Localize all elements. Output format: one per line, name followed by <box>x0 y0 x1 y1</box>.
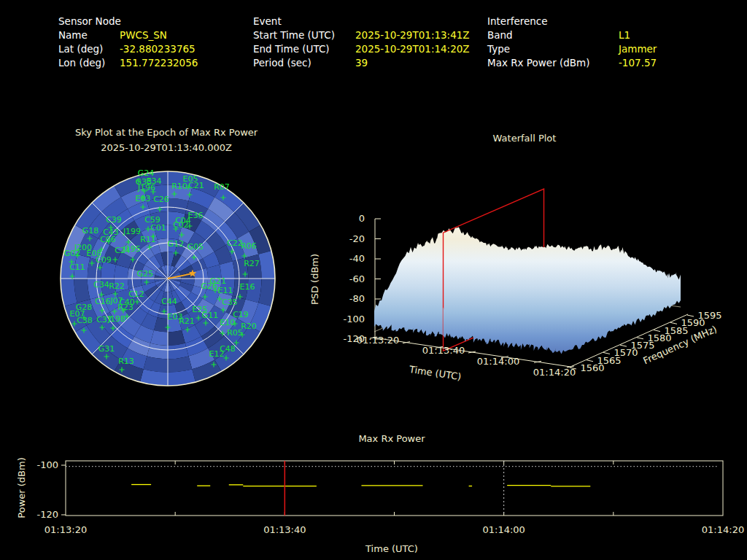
satellite-label: R11 <box>140 235 156 244</box>
satellite-label: R20 <box>241 322 257 331</box>
satellite-label: C26 <box>153 195 169 204</box>
sky-plot-title: Sky Plot at the Epoch of Max Rx Power <box>75 127 258 138</box>
satellite-label: R22 <box>109 281 125 291</box>
satellite-label: C02 <box>173 220 189 230</box>
sky-heat-cell <box>168 343 189 359</box>
satellite-label: J199 <box>123 227 141 236</box>
waterfall-time-label: Time (UTC) <box>408 364 462 382</box>
satellite-label: C39 <box>106 215 122 225</box>
satellite-label: E12 <box>209 349 225 359</box>
waterfall-time-tick: 01:13:20 <box>357 335 399 346</box>
satellite-label: C09 <box>96 255 112 265</box>
waterfall-freq-tick: 1595 <box>697 310 721 321</box>
satellite-label: C21 <box>188 181 204 190</box>
satellite-label: G31 <box>98 344 115 354</box>
satellite-label: C16 <box>95 297 111 306</box>
satellite-label: G05 <box>187 242 204 252</box>
waterfall-title: Waterfall Plot <box>493 133 557 144</box>
psd-tick-label: -20 <box>349 233 365 244</box>
satellite-label: R13 <box>118 357 134 366</box>
power-x-tick: 01:14:00 <box>482 524 525 535</box>
satellite-label: G18 <box>82 226 99 236</box>
satellite-label: J198 <box>107 314 125 324</box>
satellite-label: C38 <box>77 316 93 325</box>
satellite-label: C06 <box>100 235 116 244</box>
satellite-label: G02 <box>64 249 81 258</box>
power-y-tick: -120 <box>36 509 58 520</box>
satellite-label: G12 <box>168 239 185 249</box>
power-x-label: Time (UTC) <box>365 543 418 554</box>
satellite-label: C35 <box>222 298 238 307</box>
psd-tick-label: -80 <box>349 293 365 304</box>
satellite-label: E03 <box>136 194 151 203</box>
satellite-label: E16 <box>240 282 255 292</box>
satellite-label: C44 <box>161 297 177 306</box>
satellite-label: R23 <box>117 303 133 312</box>
satellite-label: G25 <box>137 269 154 279</box>
satellite-label: R27 <box>244 259 260 268</box>
psd-tick-label: 0 <box>359 213 365 224</box>
satellite-label: C34 <box>93 280 109 289</box>
power-x-tick: 01:13:20 <box>44 524 87 535</box>
sky-plot: Sky Plot at the Epoch of Max Rx Power202… <box>61 127 275 386</box>
satellite-label: E10 <box>220 318 236 327</box>
sky-heat-cell <box>147 343 169 359</box>
satellite-label: R10 <box>171 182 187 191</box>
psd-tick-label: -100 <box>343 314 365 324</box>
plots-canvas: Sky Plot at the Epoch of Max Rx Power202… <box>0 0 747 560</box>
power-x-tick: 01:13:40 <box>263 524 306 535</box>
satellite-label: R05 <box>227 328 243 338</box>
power-plot: Max Rx Power-100-12001:13:2001:13:4001:1… <box>16 433 744 554</box>
power-y-label: Power (dBm) <box>16 457 27 518</box>
waterfall-time-tick: 01:14:00 <box>477 356 519 367</box>
psd-tick-label: -40 <box>349 253 365 264</box>
satellite-label: E11 <box>218 286 233 295</box>
satellite-label: C11 <box>69 262 85 272</box>
satellite-label: G11 <box>202 311 219 320</box>
waterfall-time-tick: 01:13:40 <box>422 345 465 356</box>
power-y-tick: -100 <box>36 459 58 470</box>
power-x-tick: 01:14:20 <box>702 524 744 535</box>
sky-heat-cell <box>168 198 189 214</box>
power-plot-title: Max Rx Power <box>358 433 425 444</box>
satellite-label: J196 <box>137 183 155 192</box>
power-plot-frame <box>66 461 723 516</box>
psd-tick-label: -60 <box>349 273 365 284</box>
satellite-label: R07 <box>214 182 230 192</box>
sky-plot-subtitle: 2025-10-29T01:13:40.000Z <box>101 142 232 153</box>
satellite-label: R21 <box>179 316 195 326</box>
satellite-label: J195 <box>123 244 141 254</box>
psd-axis-label: PSD (dBm) <box>309 254 320 305</box>
waterfall-plot: Waterfall Plot0-20-40-60-80-100-120PSD (… <box>309 133 722 382</box>
dashboard-root: Sensor Node NamePWCS_SN Lat (deg)-32.880… <box>0 0 747 560</box>
satellite-label: G26 <box>201 281 218 291</box>
waterfall-time-tick: 01:14:20 <box>533 367 576 378</box>
satellite-label: C01 <box>150 223 166 233</box>
satellite-label: R06 <box>241 241 257 251</box>
